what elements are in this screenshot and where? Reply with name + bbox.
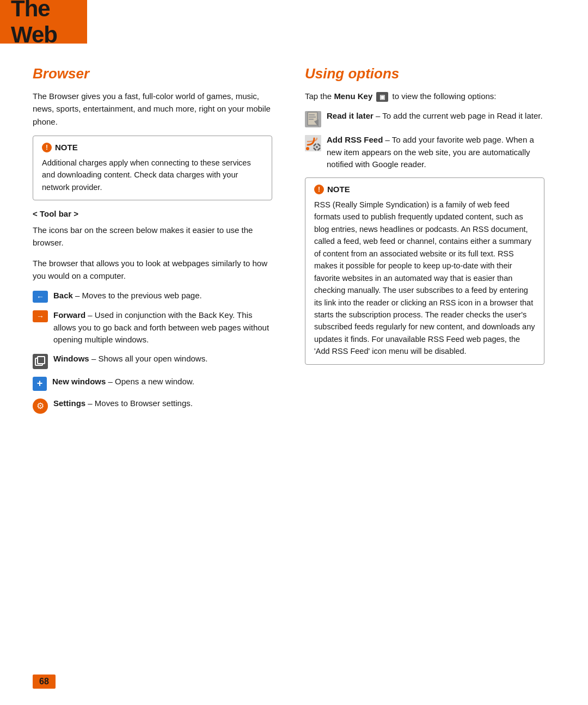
svg-rect-5 [309,119,314,120]
svg-rect-1 [38,357,45,364]
list-item: + New windows – Opens a new window. [33,376,272,391]
rss-note-text: RSS (Really Simple Syndication) is a fam… [314,199,535,358]
using-options-intro: Tap the Menu Key ▣ to view the following… [305,90,544,102]
browser-intro: The Browser gives you a fast, full-color… [33,90,272,128]
list-item: ← Back – Moves to the previous web page. [33,290,272,303]
list-item: ⚙ Settings – Moves to Browser settings. [33,397,272,414]
list-item: Windows – Shows all your open windows. [33,353,272,369]
list-item: Read it later – To add the current web p… [305,110,544,127]
svg-point-11 [316,146,318,148]
list-item: Add RSS Feed – To add your favorite web … [305,134,544,171]
svg-rect-13 [316,149,317,151]
rss-note-title: ! NOTE [314,185,535,194]
svg-rect-3 [309,114,315,115]
browser-note-title: ! NOTE [42,143,263,152]
svg-rect-4 [309,117,316,118]
page-title: The Web [11,0,87,48]
forward-icon: → [33,310,48,322]
toolbar-heading: < Tool bar > [33,209,272,218]
page-header: The Web [0,0,87,44]
note-icon: ! [42,143,52,152]
toolbar-desc-2: The browser that allows you to look at w… [33,257,272,283]
windows-icon [33,354,48,369]
browser-note-box: ! NOTE Additional charges apply when con… [33,136,272,200]
newwindow-icon: + [33,377,47,391]
browser-heading: Browser [33,65,272,82]
rss-icon [305,135,321,151]
note-icon-right: ! [314,185,324,194]
page-number: 68 [33,675,56,689]
back-icon: ← [33,291,48,303]
read-later-icon [305,111,321,127]
main-content: Browser The Browser gives you a fast, fu… [0,65,588,420]
menu-key-icon: ▣ [376,92,388,102]
browser-note-text: Additional charges apply when connecting… [42,157,263,193]
svg-rect-14 [313,146,315,148]
settings-icon: ⚙ [33,399,48,414]
list-item: → Forward – Used in conjunction with the… [33,309,272,346]
svg-point-8 [306,147,309,150]
svg-rect-12 [316,143,317,145]
using-options-heading: Using options [305,65,544,82]
left-column: Browser The Browser gives you a fast, fu… [33,65,272,420]
rss-note-box: ! NOTE RSS (Really Simple Syndication) i… [305,177,544,365]
toolbar-desc-1: The icons bar on the screen below makes … [33,224,272,249]
right-column: Using options Tap the Menu Key ▣ to view… [305,65,544,420]
svg-rect-15 [319,146,321,148]
